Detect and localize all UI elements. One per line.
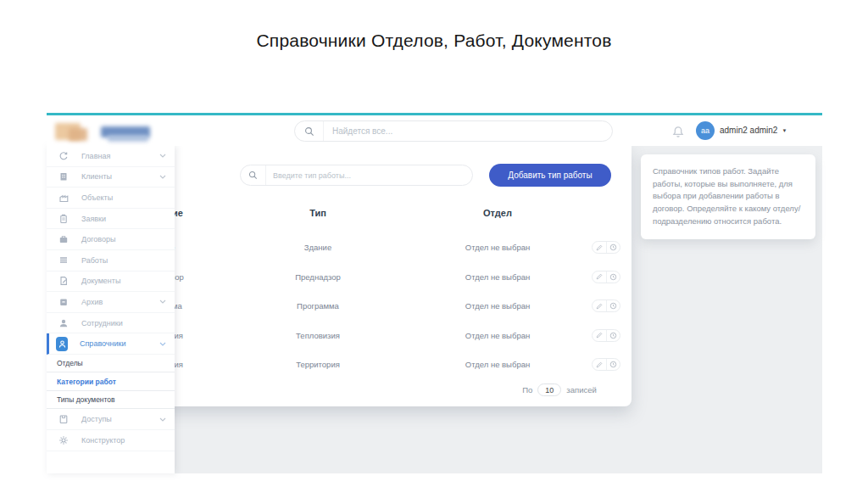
card-icon (58, 414, 70, 424)
sidebar-item-access[interactable]: Доступы (47, 409, 175, 430)
sidebar-subitem-document-types[interactable]: Типы документов (47, 391, 175, 410)
info-panel-text: Справочник типов работ. Задайте работы, … (653, 165, 804, 228)
edit-icon[interactable] (593, 300, 606, 311)
row-actions (592, 299, 620, 312)
row-actions (592, 329, 620, 342)
edit-icon[interactable] (593, 271, 606, 283)
column-header-type: Тип (259, 208, 377, 218)
column-header-department: Отдел (430, 208, 565, 218)
sidebar-item-label: Документы (81, 277, 175, 285)
cell-type: Преднадзор (259, 272, 377, 282)
pagination-prefix: По (522, 385, 532, 395)
cell-department: Отдел не выбран (430, 272, 565, 282)
sidebar-item-main[interactable]: Главная (47, 146, 175, 167)
cell-type: Здание (259, 243, 377, 252)
page-title: Справочники Отделов, Работ, Документов (0, 31, 868, 51)
factory-icon (58, 193, 70, 203)
sidebar-item-contracts[interactable]: Договоры (47, 229, 175, 250)
sidebar-item-handbooks[interactable]: Справочники (47, 333, 175, 355)
table-row: Территория Территория Отдел не выбран (102, 356, 632, 373)
edit-icon[interactable] (593, 242, 606, 253)
global-search-input[interactable] (324, 126, 612, 136)
people-icon (58, 318, 70, 328)
sidebar-subitem-departments[interactable]: Отделы (47, 355, 175, 373)
sidebar-item-employees[interactable]: Сотрудники (47, 313, 175, 334)
document-edit-icon (58, 276, 70, 286)
sidebar-item-label: Справочники (80, 339, 159, 348)
bell-icon[interactable] (670, 123, 687, 140)
sidebar-item-label: Главная (81, 152, 159, 160)
briefcase-icon (58, 234, 70, 244)
work-type-search-input[interactable] (266, 171, 472, 180)
work-types-card: Добавить тип работы Название Тип Отдел З… (102, 146, 632, 406)
sidebar-item-label: Договоры (81, 235, 175, 244)
sidebar-item-label: Сотрудники (81, 319, 175, 327)
app-header: aa admin2 admin2 ▼ (47, 115, 822, 146)
table-row: Здание Здание Отдел не выбран (102, 239, 632, 256)
table-header: Название Тип Отдел (102, 208, 632, 221)
avatar[interactable]: aa (696, 121, 715, 140)
person-icon (56, 337, 68, 351)
building-icon (58, 171, 70, 182)
refresh-icon (58, 151, 70, 161)
chevron-down-icon (159, 417, 166, 422)
chevron-down-icon (159, 154, 166, 158)
clock-icon[interactable] (606, 300, 620, 311)
clock-icon[interactable] (606, 359, 620, 370)
table-row: Тепловизия Тепловизия Отдел не выбран (102, 327, 632, 344)
add-work-type-button[interactable]: Добавить тип работы (489, 164, 611, 187)
row-actions (592, 271, 620, 283)
sidebar-item-label: Конструктор (81, 436, 175, 445)
sidebar-item-label: Заявки (81, 215, 175, 223)
sidebar-item-documents[interactable]: Документы (47, 271, 175, 293)
sidebar-item-label: Доступы (81, 415, 159, 423)
sidebar-subitem-work-categories[interactable]: Категории работ (47, 372, 175, 391)
pagination-suffix: записей (566, 385, 596, 395)
cell-department: Отдел не выбран (430, 360, 565, 369)
archive-icon (58, 297, 70, 307)
work-type-search (240, 165, 473, 186)
list-icon (58, 255, 70, 266)
sidebar-subitem-label: Отделы (57, 359, 83, 367)
chevron-down-icon (159, 175, 166, 179)
cell-type: Программа (259, 301, 377, 311)
cell-department: Отдел не выбран (430, 301, 565, 311)
sidebar-item-archive[interactable]: Архив (47, 292, 175, 313)
app-logo (55, 121, 165, 142)
gear-icon (58, 435, 70, 445)
user-menu[interactable]: admin2 admin2 ▼ (720, 126, 787, 135)
chevron-down-icon: ▼ (782, 128, 787, 133)
sidebar-item-label: Архив (81, 298, 159, 306)
sidebar-item-label: Клиенты (81, 172, 159, 181)
edit-icon[interactable] (593, 359, 606, 370)
table-row: Программа Программа Отдел не выбран (102, 298, 632, 315)
sidebar-subitem-label: Категории работ (57, 378, 116, 386)
global-search (294, 120, 613, 142)
search-icon (241, 165, 266, 185)
edit-icon[interactable] (593, 330, 606, 341)
row-actions (592, 241, 620, 254)
chevron-down-icon (159, 342, 166, 346)
sidebar-item-constructor[interactable]: Конструктор (47, 430, 175, 451)
clock-icon[interactable] (606, 242, 620, 253)
cell-department: Отдел не выбран (430, 243, 565, 252)
sidebar-item-works[interactable]: Работы (47, 250, 175, 271)
row-actions (592, 358, 620, 371)
clock-icon[interactable] (606, 271, 620, 283)
sidebar-item-label: Объекты (81, 193, 175, 202)
search-icon (295, 121, 324, 141)
cell-department: Отдел не выбран (430, 331, 565, 340)
cell-type: Тепловизия (259, 331, 377, 340)
pagination: По 10 записей (492, 383, 627, 396)
sidebar-item-requests[interactable]: Заявки (47, 209, 175, 230)
info-panel: Справочник типов работ. Задайте работы, … (641, 154, 815, 239)
sidebar-item-objects[interactable]: Объекты (47, 188, 175, 209)
clock-icon[interactable] (606, 330, 620, 341)
sidebar-subitem-label: Типы документов (57, 395, 115, 404)
per-page-select[interactable]: 10 (537, 383, 561, 396)
cell-type: Территория (259, 360, 377, 369)
sidebar-item-clients[interactable]: Клиенты (47, 167, 175, 188)
chevron-down-icon (159, 299, 166, 304)
clipboard-icon (58, 214, 70, 224)
table-row: Преднадзор Преднадзор Отдел не выбран (102, 269, 632, 286)
